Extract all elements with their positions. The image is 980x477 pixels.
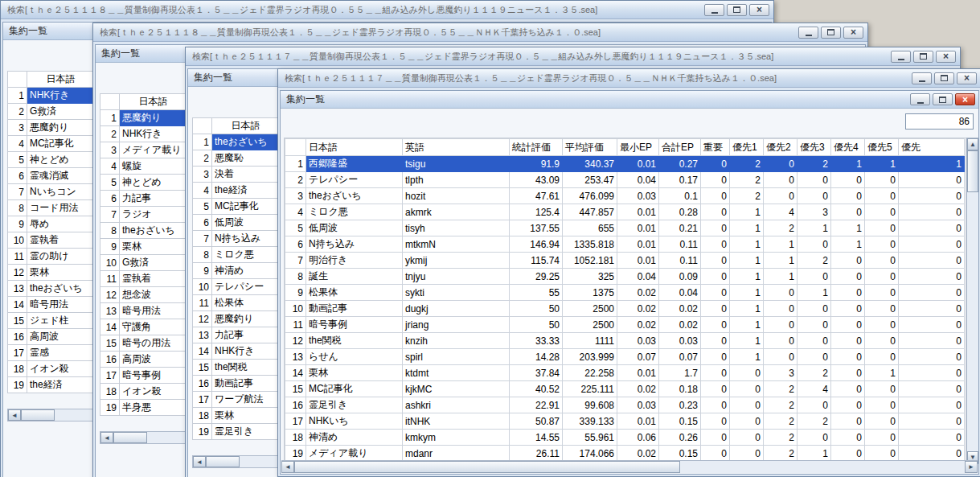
cell[interactable]: 1 (764, 236, 798, 253)
cell[interactable]: 55 (510, 285, 563, 301)
cell[interactable]: 0 (831, 172, 865, 188)
cell[interactable]: 0.07 (617, 349, 659, 365)
cell[interactable]: 0 (865, 220, 899, 236)
cell[interactable]: 0 (831, 446, 865, 462)
cell[interactable]: 26.11 (510, 446, 563, 462)
list-row[interactable]: 14暗号用法 (8, 297, 95, 313)
cell[interactable]: 低周波 (306, 220, 403, 236)
scrollbar-track[interactable] (967, 192, 978, 451)
cell[interactable]: kjkMC (403, 381, 510, 397)
cell[interactable]: MC記事化 (306, 381, 403, 397)
cell[interactable]: 37.84 (510, 365, 563, 381)
table-row[interactable]: 3theおざいちhozit47.61476.0990.030.10200000 (285, 188, 965, 204)
cell[interactable]: 14.28 (510, 349, 563, 365)
japanese-cell[interactable]: ミロク悪 (212, 247, 280, 263)
japanese-cell[interactable]: 神とどめ (27, 152, 95, 168)
cell[interactable]: akmrk (403, 204, 510, 220)
count-field[interactable]: 86 (905, 113, 974, 130)
list-row[interactable]: 14NHK行き (193, 343, 280, 360)
cell[interactable]: 0.06 (617, 430, 659, 446)
table-row[interactable]: 1西郷隆盛tsigu91.9340.370.010.270202111 (285, 156, 965, 172)
japanese-cell[interactable]: 螺旋 (120, 158, 187, 175)
list-row[interactable]: 1theおざいち (193, 134, 280, 150)
cell[interactable]: 1 (730, 236, 764, 253)
cell[interactable]: 2 (798, 156, 831, 172)
japanese-cell[interactable]: 想念波 (120, 287, 187, 303)
cell[interactable]: 253.47 (563, 172, 617, 188)
japanese-column-header[interactable]: 日本語 (212, 118, 280, 134)
list-row[interactable]: 15暗号の用法 (100, 335, 187, 352)
titlebar[interactable]: 検索[ｔｈｅ２５１１１８＿＿質量制御再現公表１．５＿＿ジェド霊界ラジオ再現０．５… (1, 1, 773, 19)
cell[interactable]: らせん (306, 349, 403, 365)
cell[interactable]: 325 (563, 269, 617, 285)
cell[interactable]: 0.15 (659, 446, 701, 462)
cell[interactable]: 0 (701, 397, 730, 413)
cell[interactable]: 1111 (563, 333, 617, 349)
cell[interactable]: 0 (798, 349, 831, 365)
cell[interactable]: 655 (563, 220, 617, 236)
cell[interactable]: 動画記事 (306, 301, 403, 317)
table-row[interactable]: 14栗林ktdmt37.8422.2580.011.70032010 (285, 365, 965, 381)
japanese-cell[interactable]: NHK行き (120, 126, 187, 142)
table-row[interactable]: 4ミロク悪akmrk125.4447.8570.010.280143000 (285, 204, 965, 220)
list-row[interactable]: 18イオン殺 (100, 384, 187, 400)
cell[interactable]: 43.09 (510, 172, 563, 188)
japanese-cell[interactable]: 悪魔恥 (212, 150, 280, 167)
scroll-left-button[interactable]: ◄ (100, 432, 113, 443)
cell[interactable]: 1 (831, 236, 865, 253)
cell[interactable]: 146.94 (510, 236, 563, 253)
cell[interactable]: 0 (865, 333, 899, 349)
cell[interactable]: 1 (798, 285, 831, 301)
japanese-cell[interactable]: N持ち込み (212, 231, 280, 247)
cell[interactable]: 50 (510, 317, 563, 333)
cell[interactable]: 0 (865, 413, 899, 430)
cell[interactable]: 霊足引き (306, 397, 403, 413)
list-row[interactable]: 11霊執着 (100, 271, 187, 287)
column-header-12[interactable]: 優先5 (865, 139, 899, 156)
japanese-cell[interactable]: 高周波 (27, 329, 95, 345)
japanese-cell[interactable]: G救済 (27, 104, 95, 120)
list-row[interactable]: 10テレパシー (193, 279, 280, 295)
cell[interactable]: 0 (865, 236, 899, 253)
cell[interactable]: knzih (403, 333, 510, 349)
horizontal-scrollbar[interactable]: ◄ (100, 431, 188, 444)
cell[interactable]: 0 (701, 301, 730, 317)
cell[interactable]: 0 (899, 446, 965, 462)
scrollbar-track[interactable] (240, 456, 280, 467)
cell[interactable]: kmkym (403, 430, 510, 446)
japanese-cell[interactable]: Nいちコン (27, 184, 95, 200)
cell[interactable]: 1 (831, 156, 865, 172)
cell[interactable]: 1 (764, 269, 798, 285)
japanese-cell[interactable]: 力記事 (212, 327, 280, 343)
titlebar[interactable]: 検索[ｔｈｅ２５１１１８＿＿質量制御再現公表１．５＿＿ジェド霊界ラジオ再現０．５… (93, 23, 867, 42)
cell[interactable]: 0 (798, 317, 831, 333)
cell[interactable]: 0 (831, 204, 865, 220)
cell[interactable]: 0 (831, 349, 865, 365)
list-row[interactable]: 3決着 (193, 167, 280, 183)
cell[interactable]: ミロク悪 (306, 204, 403, 220)
list-row[interactable]: 5神とどめ (100, 175, 187, 191)
scroll-left-button[interactable]: ◄ (193, 456, 206, 467)
list-row[interactable]: 1NHK行き (8, 88, 95, 104)
cell[interactable]: 29.25 (510, 269, 563, 285)
cell[interactable]: 0 (798, 397, 831, 413)
cell[interactable]: 2 (764, 381, 798, 397)
japanese-cell[interactable]: 半身悪 (120, 400, 187, 416)
cell[interactable]: 誕生 (306, 269, 403, 285)
cell[interactable]: 0 (831, 413, 865, 430)
cell[interactable]: 0 (701, 220, 730, 236)
cell[interactable]: 0.02 (659, 301, 701, 317)
cell[interactable]: 0 (865, 301, 899, 317)
cell[interactable]: 0.23 (659, 397, 701, 413)
cell[interactable]: 0 (701, 269, 730, 285)
cell[interactable]: 0 (865, 253, 899, 269)
maximize-button[interactable] (933, 93, 953, 105)
cell[interactable]: 1 (798, 446, 831, 462)
cell[interactable]: 0.28 (659, 204, 701, 220)
cell[interactable]: 0.01 (617, 253, 659, 269)
japanese-cell[interactable]: 霊執着 (120, 271, 187, 287)
cell[interactable]: 1 (865, 365, 899, 381)
cell[interactable]: 0 (701, 430, 730, 446)
table-row[interactable]: 12the関税knzih33.3311110.030.030100000 (285, 333, 965, 349)
table-row[interactable]: 13らせんspirl14.28203.9990.070.070100000 (285, 349, 965, 365)
